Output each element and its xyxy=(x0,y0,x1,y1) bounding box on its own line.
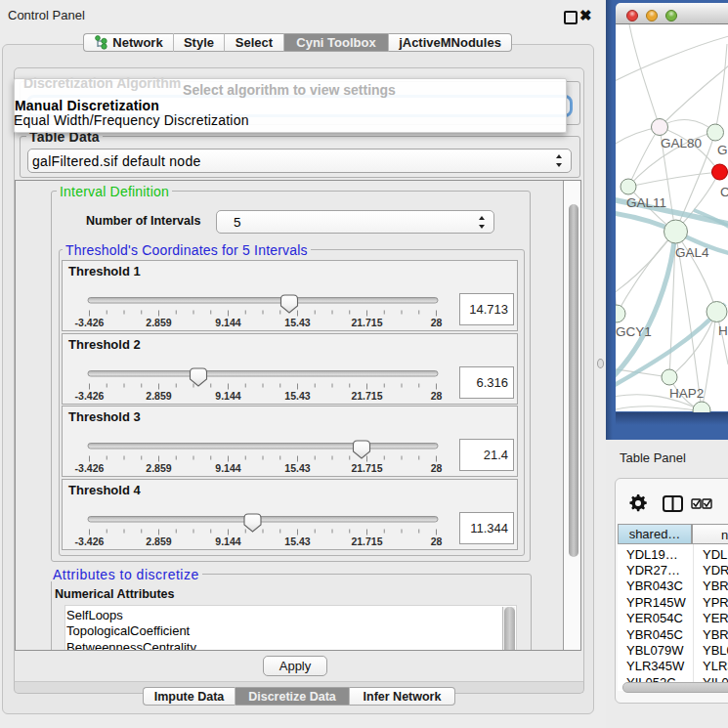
svg-text:-3.426: -3.426 xyxy=(75,462,105,474)
svg-text:2.859: 2.859 xyxy=(146,462,171,474)
svg-text:9.144: 9.144 xyxy=(215,462,240,474)
svg-text:2.859: 2.859 xyxy=(146,317,171,328)
svg-text:21.715: 21.715 xyxy=(351,317,382,328)
svg-text:15.43: 15.43 xyxy=(284,390,310,402)
svg-text:15.43: 15.43 xyxy=(284,317,310,328)
svg-text:28: 28 xyxy=(431,317,443,328)
svg-text:GCY1: GCY1 xyxy=(616,324,652,339)
svg-text:G.: G. xyxy=(717,143,728,157)
svg-text:28: 28 xyxy=(431,535,443,547)
svg-text:9.144: 9.144 xyxy=(215,535,240,547)
svg-text:GAL11: GAL11 xyxy=(626,195,666,210)
svg-text:H: H xyxy=(718,323,728,338)
svg-text:21.715: 21.715 xyxy=(351,390,382,402)
svg-text:GAL4: GAL4 xyxy=(675,245,709,260)
svg-text:15.43: 15.43 xyxy=(284,535,310,547)
svg-text:28: 28 xyxy=(431,462,443,474)
svg-text:21.715: 21.715 xyxy=(351,462,382,474)
svg-text:-3.426: -3.426 xyxy=(75,390,105,402)
svg-text:-3.426: -3.426 xyxy=(75,535,105,547)
svg-text:HAP2: HAP2 xyxy=(669,386,704,401)
svg-text:2.859: 2.859 xyxy=(146,535,171,547)
svg-text:C: C xyxy=(720,185,728,199)
svg-text:2.859: 2.859 xyxy=(146,390,171,402)
svg-text:9.144: 9.144 xyxy=(215,390,240,402)
svg-text:28: 28 xyxy=(431,390,443,402)
svg-text:GAL80: GAL80 xyxy=(661,136,702,150)
svg-text:-3.426: -3.426 xyxy=(75,317,105,328)
svg-text:15.43: 15.43 xyxy=(284,462,310,474)
svg-text:21.715: 21.715 xyxy=(351,535,382,547)
svg-text:9.144: 9.144 xyxy=(215,317,240,328)
